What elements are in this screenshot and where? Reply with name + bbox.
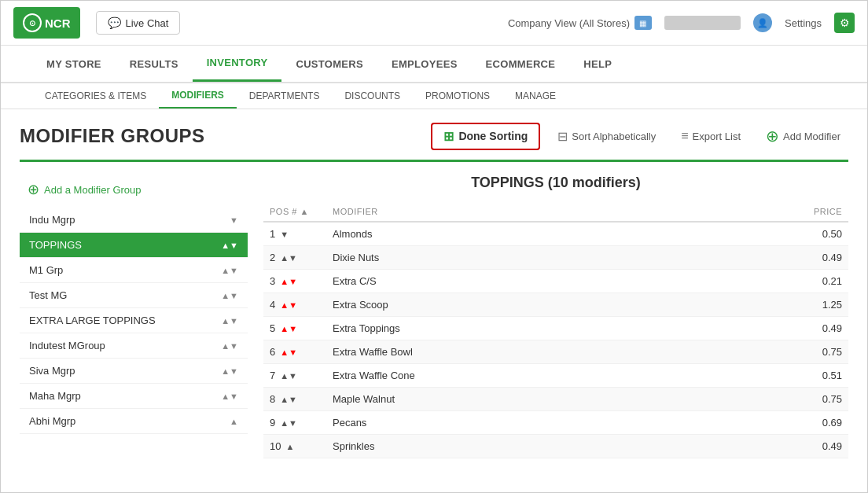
pos-cell: 8 ▲▼ <box>263 388 326 411</box>
page-title: MODIFIER GROUPS <box>20 125 205 147</box>
done-sorting-icon: ⊞ <box>443 129 454 144</box>
table-row: 8 ▲▼ Maple Walnut 0.75 <box>263 388 848 411</box>
sidebar-item-label: Abhi Mgrp <box>29 415 75 427</box>
sort-arrows: ▲▼ <box>221 291 238 300</box>
price-cell: 0.51 <box>691 364 848 388</box>
nav-employees[interactable]: EMPLOYEES <box>377 47 472 81</box>
sidebar-item-abhi-mgrp[interactable]: Abhi Mgrp ▲ <box>20 409 248 434</box>
subnav-departments[interactable]: DEPARTMENTS <box>237 84 333 108</box>
sort-arrows: ▲ <box>230 417 238 426</box>
add-modifier-group-button[interactable]: ⊕ Add a Modifier Group <box>20 175 248 208</box>
sort-arrows-icon[interactable]: ▲▼ <box>280 395 297 404</box>
sort-arrows: ▲▼ <box>221 366 238 376</box>
sort-arrows-icon[interactable]: ▲▼ <box>280 324 297 333</box>
group-title: TOPPINGS (10 modifiers) <box>263 175 848 191</box>
pos-number: 7 <box>270 370 275 381</box>
modifier-name-cell: Extra C/S <box>326 270 691 293</box>
sort-arrows: ▲▼ <box>221 341 238 351</box>
sidebar: ⊕ Add a Modifier Group Indu Mgrp ▼ TOPPI… <box>20 175 248 458</box>
pos-number: 3 <box>270 275 275 287</box>
modifier-main: TOPPINGS (10 modifiers) POS # ▲ MODIFIER… <box>248 175 848 458</box>
add-modifier-button[interactable]: ⊕ Add Modifier <box>758 122 848 150</box>
layout: ⊕ Add a Modifier Group Indu Mgrp ▼ TOPPI… <box>20 175 848 458</box>
nav-customers[interactable]: CUSTOMERS <box>281 47 377 81</box>
sort-alphabetically-button[interactable]: ⊟ Sort Alphabetically <box>550 124 664 149</box>
ncr-logo: ⊙ NCR <box>13 7 80 39</box>
table-row: 3 ▲▼ Extra C/S 0.21 <box>263 270 848 293</box>
sort-arrows-icon[interactable]: ▲▼ <box>280 348 297 357</box>
sort-arrows-icon[interactable]: ▲▼ <box>280 418 297 428</box>
sidebar-item-indu-mgrp[interactable]: Indu Mgrp ▼ <box>20 208 248 233</box>
sort-arrows-icon[interactable]: ▲▼ <box>280 253 297 263</box>
store-icon: ▦ <box>634 16 652 30</box>
subnav-promotions[interactable]: PROMOTIONS <box>413 84 502 108</box>
sidebar-item-label: Test MG <box>29 289 67 301</box>
export-label: Export List <box>693 131 741 142</box>
table-row: 7 ▲▼ Extra Waffle Cone 0.51 <box>263 364 848 388</box>
sidebar-item-test-mg[interactable]: Test MG ▲▼ <box>20 283 248 308</box>
col-header-modifier: MODIFIER <box>326 202 691 222</box>
modifier-name-cell: Pecans <box>326 411 691 435</box>
modifier-name-cell: Maple Walnut <box>326 388 691 411</box>
nav-help[interactable]: HELP <box>569 47 626 81</box>
sidebar-item-maha-mgrp[interactable]: Maha Mgrp ▲▼ <box>20 384 248 409</box>
done-sorting-button[interactable]: ⊞ Done Sorting <box>431 123 540 150</box>
sort-alpha-label: Sort Alphabetically <box>572 131 656 142</box>
ncr-brand-name: NCR <box>45 17 71 30</box>
live-chat-button[interactable]: 💬 Live Chat <box>96 11 181 35</box>
company-view-label: Company View (All Stores) <box>508 17 630 29</box>
sidebar-item-siva-mgrp[interactable]: Siva Mgrp ▲▼ <box>20 359 248 384</box>
pos-cell: 10 ▲ <box>263 435 326 458</box>
sidebar-item-label: Indu Mgrp <box>29 214 75 226</box>
sidebar-item-label: M1 Grp <box>29 264 63 276</box>
price-cell: 1.25 <box>691 293 848 317</box>
sort-arrows-icon[interactable]: ▲▼ <box>280 277 297 286</box>
nav-ecommerce[interactable]: ECOMMERCE <box>472 47 570 81</box>
col-header-pos: POS # ▲ <box>263 202 326 222</box>
sidebar-item-toppings[interactable]: TOPPINGS ▲▼ <box>20 233 248 258</box>
pos-number: 5 <box>270 322 275 334</box>
export-list-button[interactable]: ≡ Export List <box>673 124 748 148</box>
done-sorting-label: Done Sorting <box>458 130 528 142</box>
settings-label: Settings <box>785 17 822 29</box>
ncr-logo-icon: ⊙ <box>23 13 42 32</box>
arrow-down-icon[interactable]: ▼ <box>280 230 289 239</box>
table-row-highlighted: 6 ▲▼ Extra Waffle Bowl 0.75 <box>263 340 848 364</box>
nav-results[interactable]: RESULTS <box>116 47 193 81</box>
sidebar-item-indutest-mgroup[interactable]: Indutest MGroup ▲▼ <box>20 333 248 359</box>
sidebar-item-label: Maha Mgrp <box>29 390 81 402</box>
price-cell: 0.49 <box>691 246 848 270</box>
nav-my-store[interactable]: MY STORE <box>32 47 116 81</box>
table-row: 2 ▲▼ Dixie Nuts 0.49 <box>263 246 848 270</box>
sort-arrows-icon[interactable]: ▲▼ <box>280 371 297 381</box>
subnav-modifiers[interactable]: MODIFIERS <box>159 83 237 109</box>
nav-inventory[interactable]: INVENTORY <box>193 46 282 82</box>
live-chat-label: Live Chat <box>126 17 169 29</box>
sidebar-item-extra-large-toppings[interactable]: EXTRA LARGE TOPPINGS ▲▼ <box>20 308 248 333</box>
arrow-up-icon[interactable]: ▲ <box>285 442 294 451</box>
avatar: 👤 <box>753 13 772 32</box>
main-content: MODIFIER GROUPS ⊞ Done Sorting ⊟ Sort Al… <box>1 109 867 471</box>
modifier-name-cell: Sprinkles <box>326 435 691 458</box>
pos-cell: 1 ▼ <box>263 222 326 246</box>
sidebar-item-label: Indutest MGroup <box>29 340 105 351</box>
pos-number: 8 <box>270 393 275 405</box>
pos-number: 2 <box>270 252 275 263</box>
subnav-categories-items[interactable]: CATEGORIES & ITEMS <box>32 84 159 108</box>
sort-arrows-icon[interactable]: ▲▼ <box>280 300 297 310</box>
pos-cell: 4 ▲▼ <box>263 293 326 317</box>
sort-arrows: ▼ <box>230 215 238 225</box>
add-mg-icon: ⊕ <box>28 181 39 198</box>
modifier-name-cell: Extra Toppings <box>326 317 691 340</box>
sort-alpha-icon: ⊟ <box>557 129 568 144</box>
price-cell: 0.75 <box>691 340 848 364</box>
export-icon: ≡ <box>681 129 688 143</box>
subnav-manage[interactable]: MANAGE <box>502 84 568 108</box>
modifier-table: POS # ▲ MODIFIER PRICE 1 ▼ <box>263 202 848 458</box>
sidebar-item-m1-grp[interactable]: M1 Grp ▲▼ <box>20 258 248 283</box>
settings-gear-icon[interactable]: ⚙ <box>834 13 855 33</box>
user-name-blurred: ██████████ <box>664 16 741 30</box>
modifier-name-cell: Almonds <box>326 222 691 246</box>
subnav-discounts[interactable]: DISCOUNTS <box>332 84 413 108</box>
pos-number: 1 <box>270 228 275 240</box>
